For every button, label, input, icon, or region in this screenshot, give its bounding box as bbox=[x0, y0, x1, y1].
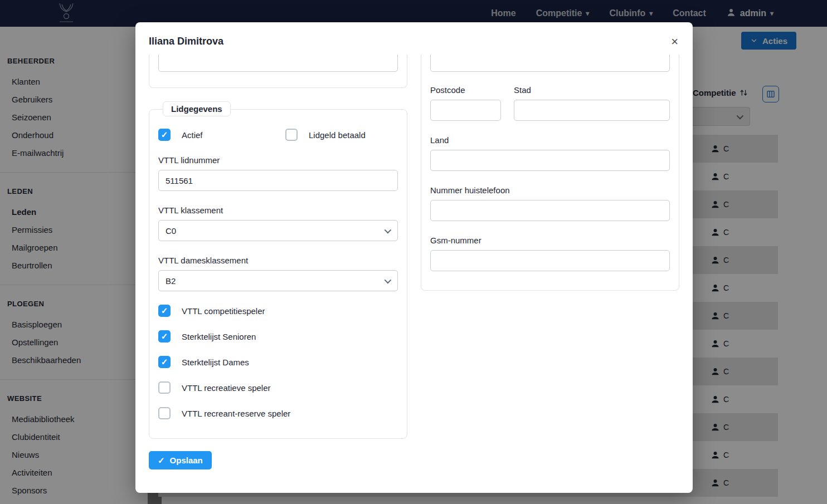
flag-row-vttl-competitiespeler: VTTL competitiespeler bbox=[158, 305, 398, 317]
left-top-partial-input[interactable] bbox=[158, 55, 398, 72]
huistelefoon-input[interactable] bbox=[430, 200, 670, 221]
gsm-input[interactable] bbox=[430, 250, 670, 271]
vttl-lidnummer-input[interactable] bbox=[158, 170, 398, 191]
checkbox-label: VTTL competitiespeler bbox=[182, 306, 265, 316]
checkbox-vttl-competitiespeler[interactable] bbox=[158, 305, 171, 317]
modal-title: Iliana Dimitrova bbox=[149, 36, 223, 47]
flag-row-vttl-recreant-reserve-speler: VTTL recreant-reserve speler bbox=[158, 407, 398, 419]
land-label: Land bbox=[430, 135, 670, 145]
flag-row-sterktelijst-dames: Sterktelijst Dames bbox=[158, 356, 398, 368]
checkbox-actief-label: Actief bbox=[182, 130, 203, 140]
member-flags: VTTL competitiespeler Sterktelijst Senio… bbox=[158, 305, 398, 419]
checkbox-actief[interactable] bbox=[158, 129, 171, 141]
save-button[interactable]: ✓ Opslaan bbox=[149, 451, 212, 469]
lidgegevens-fieldset: Lidgegevens Actief Lidgeld betaald VTTL … bbox=[149, 109, 407, 439]
modal-body: Lidgegevens Actief Lidgeld betaald VTTL … bbox=[135, 55, 693, 492]
flag-row-sterktelijst-senioren: Sterktelijst Senioren bbox=[158, 330, 398, 342]
checkbox-sterktelijst-senioren[interactable] bbox=[158, 330, 171, 342]
vttl-damesklassement-label: VTTL damesklassement bbox=[158, 256, 398, 265]
fieldset-legend: Lidgegevens bbox=[163, 101, 231, 116]
postcode-label: Postcode bbox=[430, 85, 501, 95]
huistelefoon-label: Nummer huistelefoon bbox=[430, 185, 670, 195]
vttl-klassement-select[interactable]: C0 bbox=[158, 220, 398, 241]
checkbox-vttl-recreant-reserve-speler[interactable] bbox=[158, 407, 171, 419]
save-button-label: Opslaan bbox=[170, 456, 203, 465]
checkbox-lidgeld-betaald[interactable] bbox=[285, 129, 298, 141]
checkbox-label: Sterktelijst Dames bbox=[182, 358, 249, 367]
gsm-label: Gsm-nummer bbox=[430, 236, 670, 245]
vttl-klassement-label: VTTL klassement bbox=[158, 205, 398, 215]
vttl-klassement-group: VTTL klassement C0 bbox=[158, 205, 398, 241]
checkbox-label: VTTL recreant-reserve speler bbox=[182, 409, 290, 418]
checkbox-label: Sterktelijst Senioren bbox=[182, 332, 256, 341]
vttl-damesklassement-group: VTTL damesklassement B2 bbox=[158, 256, 398, 291]
person-fieldset-partial bbox=[149, 55, 407, 88]
modal-right-column: Postcode Stad Land Nummer huistelefoon bbox=[421, 55, 679, 492]
stad-input[interactable] bbox=[514, 100, 670, 121]
land-input[interactable] bbox=[430, 150, 670, 171]
status-checkbox-row: Actief Lidgeld betaald bbox=[158, 129, 398, 141]
address-fieldset: Postcode Stad Land Nummer huistelefoon bbox=[421, 55, 679, 291]
postcode-stad-row: Postcode Stad bbox=[430, 85, 670, 121]
chevron-down-icon bbox=[385, 226, 392, 233]
huistelefoon-group: Nummer huistelefoon bbox=[430, 185, 670, 221]
checkbox-vttl-recreatieve-speler[interactable] bbox=[158, 381, 171, 394]
postcode-input[interactable] bbox=[430, 100, 501, 121]
modal-left-column: Lidgegevens Actief Lidgeld betaald VTTL … bbox=[149, 55, 407, 492]
address-partial-input[interactable] bbox=[430, 55, 670, 72]
chevron-down-icon bbox=[385, 276, 392, 283]
vttl-lidnummer-label: VTTL lidnummer bbox=[158, 155, 398, 165]
member-edit-modal: Iliana Dimitrova × Lidgegevens Actief bbox=[135, 22, 693, 493]
close-button[interactable]: × bbox=[671, 36, 678, 48]
close-icon: × bbox=[671, 35, 678, 48]
land-group: Land bbox=[430, 135, 670, 171]
checkbox-lidgeld-label: Lidgeld betaald bbox=[309, 130, 366, 140]
vttl-damesklassement-value: B2 bbox=[166, 276, 176, 286]
modal-header: Iliana Dimitrova × bbox=[135, 22, 693, 55]
flag-row-vttl-recreatieve-speler: VTTL recreatieve speler bbox=[158, 381, 398, 394]
check-icon: ✓ bbox=[158, 456, 165, 466]
vttl-klassement-value: C0 bbox=[166, 226, 176, 236]
gsm-group: Gsm-nummer bbox=[430, 236, 670, 271]
stad-label: Stad bbox=[514, 85, 670, 95]
checkbox-label: VTTL recreatieve speler bbox=[182, 383, 271, 393]
vttl-lidnummer-group: VTTL lidnummer bbox=[158, 155, 398, 191]
vttl-damesklassement-select[interactable]: B2 bbox=[158, 270, 398, 291]
checkbox-sterktelijst-dames[interactable] bbox=[158, 356, 171, 368]
